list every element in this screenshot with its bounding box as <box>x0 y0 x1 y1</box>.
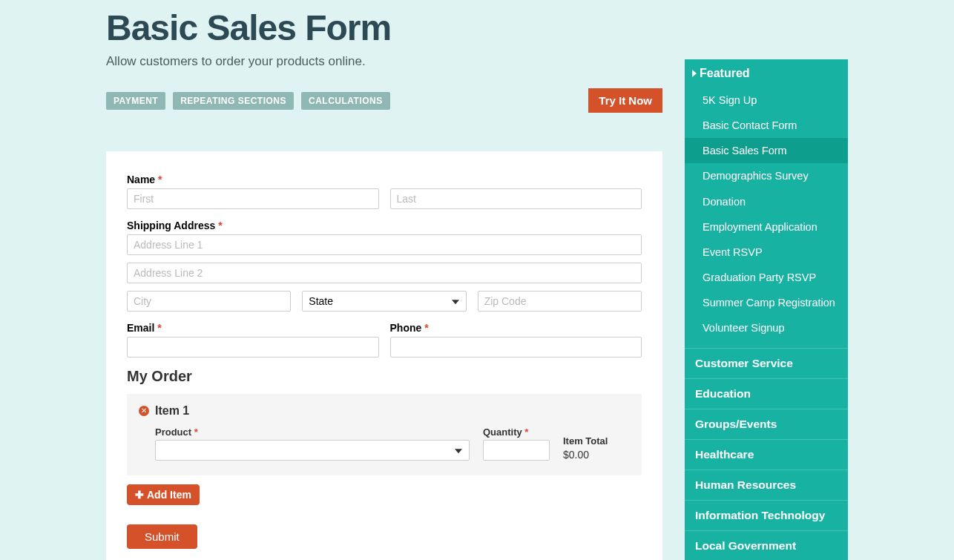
sidebar-featured-item[interactable]: 5K Sign Up <box>685 88 848 113</box>
product-label: Product * <box>155 426 470 438</box>
sidebar-featured-item[interactable]: Donation <box>685 189 848 214</box>
phone-input[interactable] <box>390 337 642 358</box>
plus-icon: ✚ <box>135 489 144 501</box>
caret-right-icon <box>692 70 697 77</box>
sidebar-featured-item[interactable]: Summer Camp Registration <box>685 290 848 315</box>
quantity-label: Quantity * <box>483 426 550 438</box>
zip-input[interactable] <box>478 291 642 312</box>
order-heading: My Order <box>127 368 642 385</box>
sidebar-category-item[interactable]: Education <box>685 378 848 409</box>
tag-calculations[interactable]: CALCULATIONS <box>301 92 390 110</box>
sidebar-featured-item[interactable]: Graduation Party RSVP <box>685 265 848 290</box>
sidebar-category-item[interactable]: Information Technology <box>685 500 848 530</box>
last-name-input[interactable] <box>390 188 642 209</box>
sidebar-category-item[interactable]: Local Government <box>685 530 848 560</box>
sidebar-featured-item[interactable]: Event RSVP <box>685 240 848 265</box>
sidebar-featured-item[interactable]: Volunteer Signup <box>685 315 848 340</box>
city-input[interactable] <box>127 291 291 312</box>
sidebar-category-item[interactable]: Groups/Events <box>685 409 848 439</box>
item-total-label: Item Total <box>563 435 630 447</box>
sidebar-featured-item[interactable]: Demographics Survey <box>685 163 848 188</box>
page-title: Basic Sales Form <box>106 7 662 48</box>
item-title: Item 1 <box>155 404 189 418</box>
sidebar-category-item[interactable]: Healthcare <box>685 439 848 470</box>
try-it-now-button[interactable]: Try It Now <box>588 88 662 113</box>
item-total-value: $0.00 <box>563 449 630 461</box>
order-item: ✕ Item 1 Product * Quantity * Item Total… <box>127 394 642 475</box>
tag-list: PAYMENT REPEATING SECTIONS CALCULATIONS <box>106 92 390 110</box>
email-label: Email * <box>127 322 379 334</box>
shipping-label: Shipping Address * <box>127 220 642 231</box>
page-subtitle: Allow customers to order your products o… <box>106 54 366 69</box>
add-item-button[interactable]: ✚ Add Item <box>127 484 200 505</box>
address-line2-input[interactable] <box>127 263 642 283</box>
address-line1-input[interactable] <box>127 234 642 255</box>
sidebar-category-item[interactable]: Human Resources <box>685 470 848 500</box>
name-label: Name * <box>127 174 642 185</box>
remove-item-icon[interactable]: ✕ <box>139 406 149 416</box>
tag-payment[interactable]: PAYMENT <box>106 92 165 110</box>
sidebar-featured-item[interactable]: Basic Sales Form <box>685 138 848 163</box>
sidebar-featured-item[interactable]: Employment Application <box>685 214 848 240</box>
product-select[interactable] <box>155 440 470 461</box>
sidebar-featured-item[interactable]: Basic Contact Form <box>685 113 848 138</box>
sidebar-category-item[interactable]: Customer Service <box>685 348 848 378</box>
tag-repeating-sections[interactable]: REPEATING SECTIONS <box>173 92 294 110</box>
sidebar-featured-header[interactable]: Featured <box>685 59 848 88</box>
sidebar: Featured 5K Sign UpBasic Contact FormBas… <box>685 59 848 560</box>
email-input[interactable] <box>127 337 379 358</box>
quantity-input[interactable] <box>483 440 550 461</box>
form-card: Name * Shipping Address * State <box>106 151 662 560</box>
submit-button[interactable]: Submit <box>127 524 197 549</box>
first-name-input[interactable] <box>127 188 379 209</box>
phone-label: Phone * <box>390 322 642 334</box>
state-select[interactable]: State <box>302 291 466 312</box>
